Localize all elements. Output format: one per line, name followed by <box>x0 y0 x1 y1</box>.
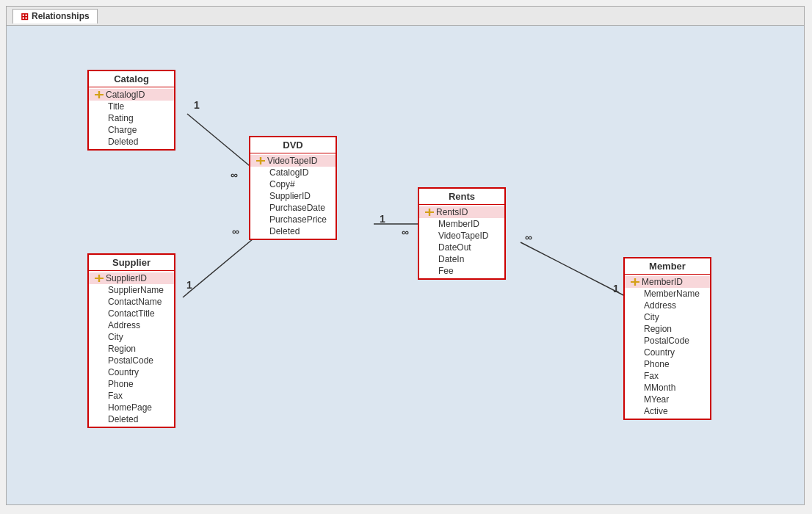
main-container: ⊞ Relationships 1 ∞ 1 ∞ 1 ∞ ∞ 1 Catalog <box>6 6 805 505</box>
field-myear: MYear <box>625 394 710 405</box>
table-dvd[interactable]: DVD VideoTapeID CatalogID Copy# Supplier… <box>249 136 337 240</box>
field-membername: MemberName <box>625 288 710 300</box>
key-icon-memberid <box>631 278 639 286</box>
rel-label-supplier-dvd-1: 1 <box>186 279 192 291</box>
rel-label-dvd-rents-1: 1 <box>380 213 385 225</box>
field-deleted-supplier: Deleted <box>89 413 174 425</box>
field-memberid: MemberID <box>625 276 710 288</box>
key-icon-supplierid <box>95 275 104 282</box>
member-fields: MemberID MemberName Address City Region <box>625 275 710 419</box>
rel-label-rents-member-inf: ∞ <box>525 231 532 243</box>
field-phone-member: Phone <box>625 358 710 370</box>
field-copy: Copy# <box>250 178 336 190</box>
field-fax-supplier: Fax <box>89 390 174 402</box>
table-member[interactable]: Member MemberID MemberName Address City <box>623 257 711 420</box>
rel-label-dvd-rents-inf: ∞ <box>402 226 409 238</box>
field-region-member: Region <box>625 323 710 335</box>
field-contacttitle: ContactTitle <box>89 308 174 319</box>
svg-line-1 <box>183 239 253 297</box>
rel-label-rents-member-1: 1 <box>613 283 619 294</box>
field-deleted-catalog: Deleted <box>89 136 174 148</box>
key-icon-rentsid <box>425 209 434 216</box>
rel-label-catalog-dvd-1: 1 <box>194 99 200 111</box>
tab-label: Relationships <box>32 11 90 21</box>
field-catalogid-dvd: CatalogID <box>250 167 336 178</box>
member-title: Member <box>625 258 710 275</box>
field-purchaseprice: PurchasePrice <box>250 214 336 225</box>
field-rentsid: RentsID <box>419 206 504 218</box>
field-supplierid: SupplierID <box>89 272 174 284</box>
field-country-member: Country <box>625 347 710 358</box>
field-address-member: Address <box>625 300 710 311</box>
rents-fields: RentsID MemberID VideoTapeID DateOut Dat… <box>419 205 504 278</box>
field-datein: DateIn <box>419 253 504 265</box>
svg-line-3 <box>521 242 628 297</box>
svg-line-0 <box>187 114 253 169</box>
field-supplierid-dvd: SupplierID <box>250 190 336 202</box>
field-charge: Charge <box>89 124 174 136</box>
key-icon-videotapeid <box>256 157 265 164</box>
field-purchasedate: PurchaseDate <box>250 202 336 214</box>
dvd-title: DVD <box>250 137 336 153</box>
canvas: 1 ∞ 1 ∞ 1 ∞ ∞ 1 Catalog CatalogID Title <box>7 26 804 504</box>
field-dateout: DateOut <box>419 242 504 253</box>
field-title: Title <box>89 101 174 112</box>
field-city-supplier: City <box>89 331 174 343</box>
catalog-title: Catalog <box>89 71 174 87</box>
table-rents[interactable]: Rents RentsID MemberID VideoTapeID DateO… <box>418 187 506 280</box>
field-memberid-rents: MemberID <box>419 218 504 230</box>
field-rating: Rating <box>89 112 174 124</box>
field-country-supplier: Country <box>89 366 174 378</box>
field-postalcode-member: PostalCode <box>625 335 710 347</box>
field-suppliername: SupplierName <box>89 284 174 296</box>
field-catalogid: CatalogID <box>89 89 174 101</box>
catalog-fields: CatalogID Title Rating Charge Deleted <box>89 87 174 149</box>
key-icon-catalogid <box>95 91 104 98</box>
rel-label-catalog-dvd-inf: ∞ <box>231 169 238 181</box>
field-homepage: HomePage <box>89 402 174 413</box>
field-fee: Fee <box>419 265 504 277</box>
field-videotapeid-rents: VideoTapeID <box>419 230 504 242</box>
field-address-supplier: Address <box>89 319 174 331</box>
field-deleted-dvd: Deleted <box>250 225 336 237</box>
table-catalog[interactable]: Catalog CatalogID Title Rating Charge <box>87 70 175 151</box>
field-fax-member: Fax <box>625 370 710 382</box>
table-supplier[interactable]: Supplier SupplierID SupplierName Contact… <box>87 253 175 428</box>
field-city-member: City <box>625 311 710 323</box>
dvd-fields: VideoTapeID CatalogID Copy# SupplierID P… <box>250 153 336 239</box>
tab-bar: ⊞ Relationships <box>7 7 804 26</box>
relationships-tab[interactable]: ⊞ Relationships <box>12 9 98 23</box>
relationships-icon: ⊞ <box>21 11 29 22</box>
supplier-title: Supplier <box>89 255 174 271</box>
field-mmonth: MMonth <box>625 382 710 394</box>
rel-label-supplier-dvd-inf: ∞ <box>232 225 239 237</box>
rents-title: Rents <box>419 189 504 205</box>
field-phone-supplier: Phone <box>89 378 174 390</box>
field-region-supplier: Region <box>89 343 174 355</box>
field-videotapeid: VideoTapeID <box>250 155 336 167</box>
field-postalcode-supplier: PostalCode <box>89 355 174 366</box>
field-active: Active <box>625 405 710 417</box>
field-contactname: ContactName <box>89 296 174 308</box>
supplier-fields: SupplierID SupplierName ContactName Cont… <box>89 271 174 427</box>
